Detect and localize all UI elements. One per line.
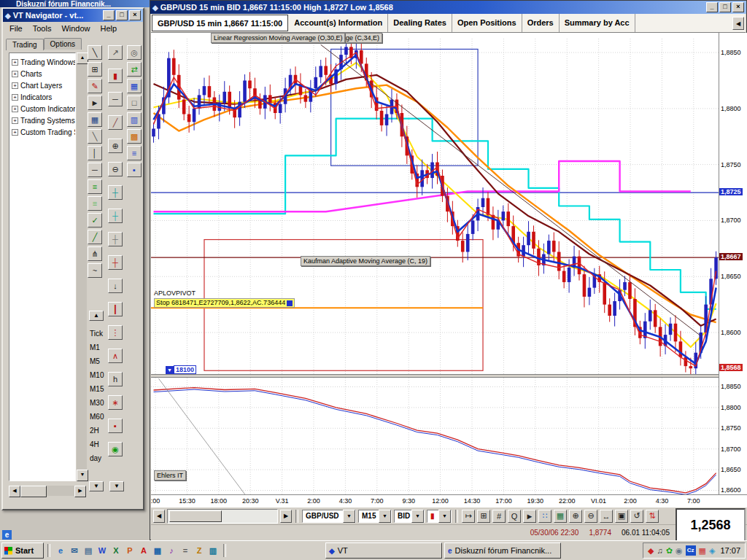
hline2-icon[interactable]: ─ bbox=[108, 92, 123, 106]
tree-item[interactable]: +Indicators bbox=[9, 91, 75, 103]
media-icon[interactable]: ♪ bbox=[165, 544, 178, 557]
quote-icon[interactable]: Q bbox=[508, 510, 521, 523]
candle-red-icon[interactable]: ▮ bbox=[108, 69, 123, 83]
bar-red-icon[interactable]: ┃ bbox=[108, 302, 123, 316]
timeframe-4h[interactable]: 4H bbox=[88, 438, 107, 451]
tree-horizontal-scrollbar[interactable]: ◀▶ bbox=[9, 486, 86, 496]
chart-type-select[interactable]: ▮▼ bbox=[427, 510, 452, 523]
spike-icon[interactable]: ∧ bbox=[108, 349, 123, 363]
cross-teal2-icon[interactable]: ┼ bbox=[108, 209, 123, 223]
mosaic-icon[interactable]: ▩ bbox=[127, 129, 142, 144]
chart-frame-icon[interactable]: ▦ bbox=[88, 112, 102, 127]
zoom-out-tool-icon[interactable]: ⊖ bbox=[108, 162, 123, 176]
tab-1[interactable]: Account(s) Information bbox=[289, 14, 388, 32]
timeframe-m30[interactable]: M30 bbox=[88, 396, 107, 410]
pin-icon[interactable]: ◎ bbox=[127, 45, 142, 60]
updown-icon[interactable]: ⇅ bbox=[646, 510, 659, 523]
cross-teal-icon[interactable]: ┼ bbox=[108, 185, 123, 200]
record-green-icon[interactable]: ◉ bbox=[108, 442, 123, 456]
stop-order-label[interactable]: Stop 6818471,E2727709,1,8622,AC.736444 bbox=[154, 298, 295, 308]
tree-item[interactable]: +Custom Indicator: bbox=[9, 103, 75, 114]
chart-window-titlebar[interactable]: ◆ GBP/USD 15 min BID 1,8667 11:15:00 Hig… bbox=[150, 1, 746, 14]
taskbar-task-vt[interactable]: ◆ VT bbox=[325, 542, 442, 559]
start-button[interactable]: Start bbox=[1, 542, 44, 559]
toolbox-b-scroll-down-button[interactable]: ▼ bbox=[109, 481, 124, 491]
green-check-icon[interactable]: ✓ bbox=[88, 213, 102, 228]
star-red-icon[interactable]: ∗ bbox=[108, 395, 123, 410]
word-icon[interactable]: W bbox=[96, 544, 109, 557]
timeframe-m15[interactable]: M15 bbox=[88, 382, 107, 396]
hurst-icon[interactable]: h bbox=[108, 372, 123, 386]
green-slash-icon[interactable]: ╱ bbox=[88, 230, 102, 244]
timeframe-m1[interactable]: M1 bbox=[88, 341, 107, 354]
chart-hscroll-thumb[interactable] bbox=[169, 510, 222, 522]
chart-scroll-left-button[interactable]: ◀ bbox=[153, 510, 165, 523]
dropdown-arrow-icon[interactable]: ▼ bbox=[438, 510, 451, 523]
scrollbar-track[interactable] bbox=[77, 64, 87, 470]
chart-scroll-right-button[interactable]: ▶ bbox=[280, 510, 292, 523]
menu-file[interactable]: File bbox=[4, 23, 28, 34]
drop-arrow-icon[interactable]: ↓ bbox=[108, 279, 123, 293]
timeframe-day[interactable]: day bbox=[88, 451, 107, 465]
lower-chart-canvas[interactable] bbox=[151, 378, 719, 494]
tab-3[interactable]: Open Positions bbox=[452, 14, 522, 32]
gpu-tray-icon[interactable]: ◆ bbox=[648, 545, 654, 556]
scrollbar-thumb[interactable] bbox=[20, 486, 47, 497]
scroll-left-button[interactable]: ◀ bbox=[9, 486, 20, 497]
timeframe-m10[interactable]: M10 bbox=[88, 368, 107, 382]
acrobat-icon[interactable]: A bbox=[137, 544, 150, 557]
price-type-select[interactable]: BID▼ bbox=[394, 510, 425, 523]
timeframe-select[interactable]: M15▼ bbox=[358, 510, 392, 523]
grid-icon[interactable]: ⊞ bbox=[477, 510, 490, 523]
fullscreen-icon[interactable]: ▣ bbox=[615, 510, 628, 523]
expander-icon[interactable]: + bbox=[12, 117, 18, 124]
indicator-label-kaufman[interactable]: Kaufman Adaptive Moving Average (C, 19) bbox=[301, 256, 430, 266]
timeframe-m5[interactable]: M5 bbox=[88, 354, 107, 368]
firewall-icon[interactable]: ▦ bbox=[699, 545, 706, 556]
calc-icon[interactable]: = bbox=[179, 544, 192, 557]
navigator-titlebar[interactable]: ◆ VT Navigator - vt... _□× bbox=[3, 9, 143, 22]
navigator-tab-trading[interactable]: Trading bbox=[6, 39, 44, 50]
price-alert-marker[interactable]: ▼ 18100 bbox=[166, 365, 196, 374]
tree-item[interactable]: +Trading Windows bbox=[9, 56, 75, 68]
stop-order-handle-icon[interactable] bbox=[287, 300, 293, 306]
updates-icon[interactable]: ◈ bbox=[709, 545, 715, 556]
square-red-icon[interactable]: ▪ bbox=[108, 419, 123, 433]
tab-4[interactable]: Orders bbox=[522, 14, 560, 32]
chart-hscrollbar[interactable] bbox=[167, 509, 278, 524]
dropdown-arrow-icon[interactable]: ▼ bbox=[343, 510, 355, 523]
timeframe-m60[interactable]: M60 bbox=[88, 410, 107, 424]
panels-icon[interactable]: ▦ bbox=[554, 510, 567, 523]
commander-icon[interactable]: ▦ bbox=[151, 544, 164, 557]
scrollbar-track[interactable] bbox=[47, 486, 74, 496]
tree-item[interactable]: +Chart Layers bbox=[9, 79, 75, 91]
columns-icon[interactable]: ▥ bbox=[127, 112, 142, 127]
close-button[interactable]: × bbox=[732, 2, 744, 12]
scroll-right-button[interactable]: ▶ bbox=[74, 486, 86, 497]
indicator-label-ehlers[interactable]: Ehlers IT bbox=[154, 470, 186, 481]
zigzag-icon[interactable]: ~ bbox=[88, 263, 102, 278]
antivirus-icon[interactable]: ◉ bbox=[676, 545, 683, 556]
volume-icon[interactable]: ♫ bbox=[657, 545, 663, 556]
expander-icon[interactable]: + bbox=[12, 94, 18, 101]
expander-icon[interactable]: + bbox=[12, 106, 18, 112]
green-bands-icon[interactable]: ≡ bbox=[88, 196, 102, 211]
powerpoint-icon[interactable]: P bbox=[123, 544, 136, 557]
menu-help[interactable]: Help bbox=[96, 23, 123, 34]
measure-icon[interactable]: ╱ bbox=[108, 115, 123, 130]
symbol-select[interactable]: GBP/USD▼ bbox=[302, 510, 356, 523]
lang-indicator[interactable]: Cz bbox=[686, 545, 696, 556]
tree-item[interactable]: +Charts bbox=[9, 68, 75, 79]
icq-icon[interactable]: ✿ bbox=[666, 545, 673, 556]
scroll-up-button[interactable]: ▲ bbox=[77, 52, 88, 64]
show-desktop-icon[interactable]: ▤ bbox=[82, 544, 95, 557]
minimize-button[interactable]: _ bbox=[706, 2, 718, 12]
tab-0[interactable]: GBP/USD 15 min 1,8667 11:15:00 bbox=[152, 15, 288, 31]
hline-icon[interactable]: ─ bbox=[88, 163, 102, 177]
dropdown-arrow-icon[interactable]: ▼ bbox=[411, 510, 424, 523]
chart-region[interactable]: 1,88501,88001,87501,87001,86501,86001,87… bbox=[151, 33, 747, 540]
cross-grey-icon[interactable]: ┼ bbox=[108, 232, 123, 246]
pointer-icon[interactable]: ► bbox=[523, 510, 536, 523]
winzip-icon[interactable]: Z bbox=[193, 544, 206, 557]
scroll-down-button[interactable]: ▼ bbox=[77, 470, 88, 481]
